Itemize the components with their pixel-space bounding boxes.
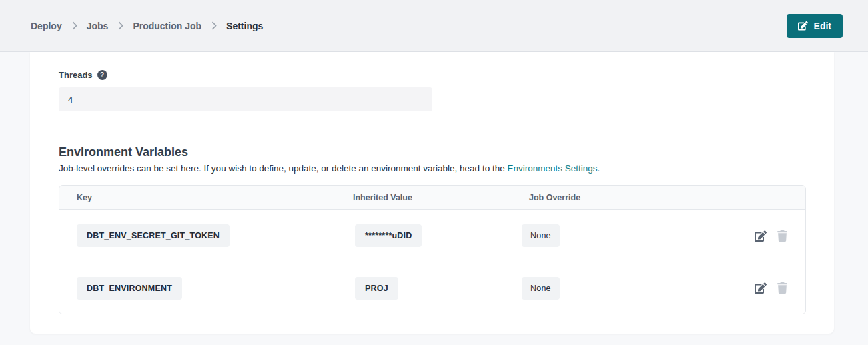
breadcrumb-item-jobs[interactable]: Jobs (87, 21, 109, 31)
env-var-key: DBT_ENVIRONMENT (77, 277, 182, 300)
breadcrumb-item-deploy[interactable]: Deploy (31, 21, 62, 31)
chevron-right-icon (71, 21, 77, 30)
breadcrumb-item-production-job[interactable]: Production Job (133, 21, 201, 31)
threads-label: Threads (59, 70, 93, 80)
chevron-right-icon (117, 21, 123, 30)
trash-icon (777, 230, 787, 242)
edit-pencil-square-icon (755, 282, 767, 294)
breadcrumb: Deploy Jobs Production Job Settings (31, 21, 263, 31)
environment-variables-heading: Environment Variables (59, 145, 806, 159)
env-var-inherited-value: PROJ (355, 277, 398, 300)
circle-question-icon[interactable]: ? (97, 70, 107, 80)
settings-card: Threads ? Environment Variables Job-leve… (30, 52, 834, 334)
column-header-key: Key (59, 193, 353, 202)
edit-row-button[interactable] (755, 282, 767, 294)
environment-variables-description: Job-level overrides can be set here. If … (59, 163, 806, 174)
env-var-job-override: None (522, 277, 560, 300)
trash-icon (777, 282, 787, 294)
edit-button[interactable]: Edit (787, 14, 843, 38)
table-header-row: Key Inherited Value Job Override (59, 186, 805, 210)
environments-settings-link[interactable]: Environments Settings (507, 163, 597, 174)
threads-input[interactable] (59, 87, 432, 111)
column-header-job-override: Job Override (522, 193, 689, 202)
environment-variables-table: Key Inherited Value Job Override DBT_ENV… (59, 185, 806, 314)
delete-row-button[interactable] (777, 230, 787, 242)
breadcrumb-item-settings: Settings (226, 21, 263, 31)
description-text: Job-level overrides can be set here. If … (59, 163, 507, 174)
column-header-inherited-value: Inherited Value (353, 193, 522, 202)
env-var-job-override: None (522, 224, 560, 247)
edit-button-label: Edit (814, 21, 831, 31)
delete-row-button[interactable] (777, 282, 787, 294)
edit-pencil-square-icon (755, 230, 767, 242)
edit-pencil-square-icon (798, 21, 808, 31)
table-row: DBT_ENV_SECRET_GIT_TOKEN ********uDID No… (59, 210, 805, 262)
chevron-right-icon (211, 21, 217, 30)
page-header: Deploy Jobs Production Job Settings Edit (0, 0, 868, 52)
edit-row-button[interactable] (755, 230, 767, 242)
table-row: DBT_ENVIRONMENT PROJ None (59, 262, 805, 314)
description-period: . (598, 163, 600, 174)
env-var-key: DBT_ENV_SECRET_GIT_TOKEN (77, 224, 230, 247)
env-var-inherited-value: ********uDID (355, 224, 422, 247)
